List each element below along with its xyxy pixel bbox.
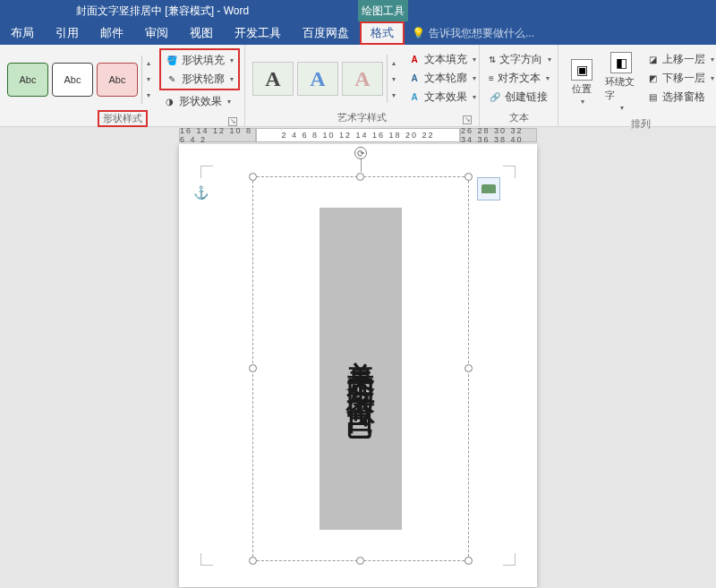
shape-styles-gallery[interactable]: Abc Abc Abc ▴▾▾: [5, 48, 156, 110]
text-effects-icon: A: [408, 90, 421, 103]
tab-developer[interactable]: 开发工具: [224, 21, 292, 45]
margin-guide-tl: [200, 166, 213, 178]
textbox-selection-frame[interactable]: ⟳ 美是回来做自己: [252, 176, 469, 561]
wrap-text-icon: ◧: [610, 52, 632, 73]
send-backward-icon: ◩: [646, 72, 659, 84]
chevron-down-icon: ▾: [581, 98, 584, 106]
text-effects-button[interactable]: A 文本效果 ▾: [405, 88, 480, 106]
document-canvas[interactable]: ⚓ ⟳ 美是回来做自己: [0, 142, 716, 587]
resize-handle-mr[interactable]: [465, 364, 473, 372]
create-link-button[interactable]: 🔗 创建链接: [485, 88, 552, 106]
text-effects-label: 文本效果: [424, 89, 467, 105]
wordart-preset-2[interactable]: A: [297, 62, 338, 96]
ruler-margin-left: 16 14 12 10 8 6 4 2: [179, 128, 256, 142]
chevron-down-icon: ▾: [711, 55, 714, 64]
shape-styles-more[interactable]: ▴▾▾: [141, 55, 154, 104]
tell-me-placeholder: 告诉我您想要做什么...: [429, 26, 534, 41]
text-fill-button[interactable]: A 文本填充 ▾: [405, 50, 480, 68]
tab-format[interactable]: 格式: [360, 21, 405, 45]
resize-handle-tl[interactable]: [249, 173, 257, 181]
wordart-dialog-launcher[interactable]: ↘: [463, 115, 472, 124]
create-link-label: 创建链接: [505, 89, 548, 105]
wrap-text-button[interactable]: ◧ 环绕文字 ▾: [603, 48, 639, 115]
group-text: ⇅ 文字方向 ▾ ≡ 对齐文本 ▾ 🔗 创建链接 文本: [480, 45, 558, 126]
margin-guide-tr: [503, 166, 516, 178]
tab-baidu-netdisk[interactable]: 百度网盘: [292, 21, 360, 45]
send-backward-button[interactable]: ◩ 下移一层 ▾: [643, 69, 716, 87]
shape-fill-label: 形状填充: [182, 53, 225, 68]
ruler-margin-right: 26 28 30 32 34 36 38 40: [460, 128, 537, 142]
tab-review[interactable]: 审阅: [134, 21, 179, 45]
selection-pane-icon: ▤: [646, 90, 659, 103]
send-backward-label: 下移一层: [662, 71, 705, 86]
position-button[interactable]: ▣ 位置 ▾: [564, 48, 600, 115]
align-text-button[interactable]: ≡ 对齐文本 ▾: [485, 69, 552, 87]
shape-styles-dialog-launcher[interactable]: ↘: [228, 117, 237, 126]
bring-forward-button[interactable]: ◪ 上移一层 ▾: [643, 50, 716, 68]
text-outline-button[interactable]: A 文本轮廓 ▾: [405, 69, 480, 87]
tab-mailings[interactable]: 邮件: [90, 21, 134, 45]
wordart-more[interactable]: ▴▾▾: [387, 55, 399, 103]
group-label-arrange: 排列: [564, 115, 716, 132]
resize-handle-tm[interactable]: [356, 173, 364, 181]
layout-options-icon: [482, 184, 496, 193]
paint-bucket-icon: 🪣: [166, 54, 178, 66]
align-text-icon: ≡: [489, 72, 494, 84]
page[interactable]: ⚓ ⟳ 美是回来做自己: [179, 144, 537, 587]
chevron-down-icon: ▾: [230, 56, 234, 64]
position-icon: ▣: [571, 59, 592, 81]
wrap-text-label: 环绕文字: [605, 75, 637, 102]
lightbulb-icon: 💡: [412, 27, 425, 39]
selection-pane-label: 选择窗格: [662, 89, 705, 105]
bring-forward-icon: ◪: [646, 53, 659, 65]
text-direction-icon: ⇅: [489, 53, 496, 65]
chevron-down-icon: ▾: [227, 98, 231, 106]
chevron-down-icon: ▾: [546, 74, 550, 82]
shape-style-preset-2[interactable]: Abc: [52, 63, 93, 97]
group-label-wordart: 艺术字样式 ↘: [251, 109, 473, 126]
tab-layout[interactable]: 布局: [0, 21, 45, 45]
text-direction-button[interactable]: ⇅ 文字方向 ▾: [485, 50, 552, 68]
margin-guide-bl: [200, 553, 213, 566]
resize-handle-bm[interactable]: [356, 557, 364, 565]
shape-style-preset-1[interactable]: Abc: [7, 63, 48, 97]
tab-view[interactable]: 视图: [179, 21, 224, 45]
pen-icon: ✎: [166, 72, 178, 85]
contextual-tab-title: 绘图工具: [358, 0, 408, 21]
ruler-body: 2 4 6 8 10 12 14 16 18 20 22: [256, 128, 460, 142]
selection-pane-button[interactable]: ▤ 选择窗格: [643, 88, 716, 106]
tab-references[interactable]: 引用: [45, 21, 90, 45]
chevron-down-icon: ▾: [473, 74, 476, 82]
shape-effects-button[interactable]: ◑ 形状效果 ▾: [159, 92, 240, 110]
resize-handle-ml[interactable]: [249, 364, 257, 372]
wordart-gallery[interactable]: A A A ▴▾▾: [251, 48, 401, 109]
shape-style-preset-3[interactable]: Abc: [97, 63, 138, 97]
chevron-down-icon: ▾: [230, 75, 234, 83]
shape-effects-label: 形状效果: [179, 94, 222, 109]
ribbon: Abc Abc Abc ▴▾▾ 🪣 形状填充 ▾ ✎ 形状轮廓 ▾: [0, 45, 716, 127]
group-label-shape-styles: 形状样式: [98, 110, 148, 127]
rotation-handle[interactable]: ⟳: [354, 147, 367, 159]
shape-outline-button[interactable]: ✎ 形状轮廓 ▾: [162, 70, 237, 88]
chevron-down-icon: ▾: [548, 55, 551, 64]
layout-options-button[interactable]: [477, 177, 500, 200]
wordart-preset-1[interactable]: A: [252, 62, 294, 96]
group-arrange: ▣ 位置 ▾ ◧ 环绕文字 ▾ ◪ 上移一层 ▾ ◩ 下移一层 ▾: [558, 45, 716, 126]
tell-me-search[interactable]: 💡 告诉我您想要做什么...: [412, 26, 534, 41]
resize-handle-br[interactable]: [465, 557, 473, 565]
vertical-text-content[interactable]: 美是回来做自己: [341, 337, 380, 400]
menu-bar: 布局 引用 邮件 审阅 视图 开发工具 百度网盘 格式 💡 告诉我您想要做什么.…: [0, 21, 716, 45]
wordart-preset-3[interactable]: A: [342, 62, 383, 96]
text-outline-label: 文本轮廓: [424, 71, 467, 86]
link-icon: 🔗: [489, 90, 501, 103]
document-title: 封面文字竖排居中 [兼容模式] - Word: [76, 4, 249, 19]
text-outline-icon: A: [408, 72, 421, 84]
shape-fill-button[interactable]: 🪣 形状填充 ▾: [162, 51, 237, 69]
resize-handle-bl[interactable]: [249, 557, 257, 565]
object-anchor-icon[interactable]: ⚓: [193, 185, 209, 200]
vertical-text-box[interactable]: 美是回来做自己: [320, 208, 402, 530]
chevron-down-icon: ▾: [473, 93, 476, 101]
resize-handle-tr[interactable]: [465, 173, 473, 181]
margin-guide-br: [503, 553, 516, 566]
chevron-down-icon: ▾: [620, 104, 624, 112]
